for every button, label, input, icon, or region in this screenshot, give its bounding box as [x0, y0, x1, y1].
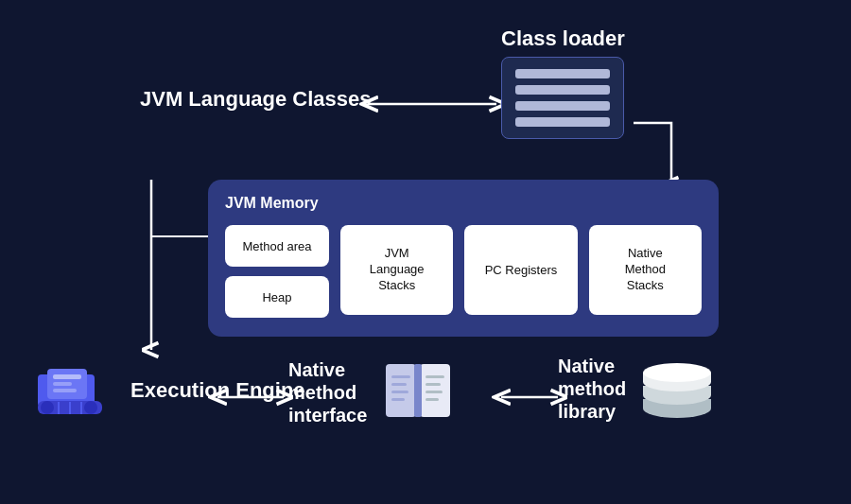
native-method-stacks-cell: NativeMethodStacks	[589, 225, 702, 315]
native-method-interface-area: Nativemethodinterface	[288, 355, 456, 430]
native-method-interface-icon	[380, 355, 456, 430]
jvm-memory-left-col: Method area Heap	[225, 225, 329, 318]
cl-line-4	[515, 117, 610, 127]
cl-line-1	[515, 69, 610, 78]
jvm-memory-title: JVM Memory	[225, 195, 702, 212]
svg-rect-19	[391, 391, 408, 393]
jvm-architecture-diagram: Class loader JVM Language Classes JVM Me…	[0, 0, 851, 504]
svg-rect-23	[426, 391, 443, 393]
execution-engine-area: Execution Engine	[36, 357, 305, 424]
native-method-library-label: Nativemethodlibrary	[558, 355, 626, 423]
native-method-library-area: Nativemethodlibrary	[558, 355, 715, 423]
method-area-cell: Method area	[225, 225, 329, 267]
svg-rect-24	[426, 398, 439, 401]
svg-rect-21	[426, 375, 444, 378]
svg-rect-20	[391, 398, 405, 401]
heap-cell: Heap	[225, 276, 329, 318]
svg-point-7	[84, 401, 97, 414]
execution-engine-icon	[36, 357, 117, 424]
class-loader-label: Class loader	[501, 26, 625, 51]
svg-rect-12	[53, 382, 72, 386]
class-loader-icon	[501, 57, 624, 139]
execution-engine-label: Execution Engine	[130, 378, 305, 403]
svg-point-31	[643, 363, 711, 382]
svg-rect-22	[426, 383, 441, 386]
jvm-language-classes-label: JVM Language Classes	[140, 87, 372, 112]
native-method-interface-label: Nativemethodinterface	[288, 358, 367, 426]
jvm-stacks-cell: JVMLanguageStacks	[340, 225, 453, 315]
cl-line-2	[515, 85, 610, 95]
svg-rect-11	[53, 374, 81, 379]
pc-registers-cell: PC Registers	[464, 225, 577, 315]
native-method-library-icon	[639, 356, 715, 422]
jvm-memory-box: JVM Memory Method area Heap JVMLanguageS…	[208, 180, 719, 337]
cl-line-3	[515, 101, 610, 111]
svg-point-6	[41, 401, 54, 414]
svg-rect-16	[414, 364, 422, 417]
svg-rect-18	[391, 383, 407, 386]
svg-rect-17	[391, 375, 410, 378]
jvm-memory-cells: Method area Heap JVMLanguageStacks PC Re…	[225, 225, 702, 318]
svg-rect-13	[53, 389, 77, 392]
